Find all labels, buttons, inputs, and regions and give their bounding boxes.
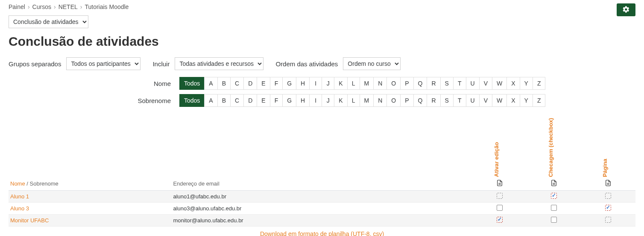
breadcrumb: Painel › Cursos › NETEL › Tutoriais Mood… — [9, 3, 129, 10]
alpha-letter[interactable]: R — [427, 77, 440, 90]
surname-filter-label: Sobrenome — [9, 97, 179, 104]
alpha-letter[interactable]: M — [360, 77, 374, 90]
alpha-letter[interactable]: H — [296, 77, 310, 90]
report-nav-select[interactable]: Conclusão de atividades — [9, 15, 88, 28]
download-links: Download em formato de planilha (UTF-8. … — [9, 229, 635, 236]
completion-indicator[interactable] — [605, 217, 611, 223]
breadcrumb-item[interactable]: Tutoriais Moodle — [85, 3, 129, 10]
completion-indicator[interactable] — [551, 217, 557, 223]
completion-indicator[interactable] — [605, 205, 611, 211]
alpha-letter[interactable]: G — [282, 77, 296, 90]
download-utf8-link[interactable]: Download em formato de planilha (UTF-8. … — [9, 229, 635, 236]
alpha-letter[interactable]: I — [309, 77, 322, 90]
surname-filter: TodosABCDEFGHIJKLMNOPQRSTUVWXYZ — [179, 94, 545, 107]
alpha-letter[interactable]: S — [440, 77, 454, 90]
include-label: Incluir — [152, 60, 170, 68]
alpha-letter[interactable]: D — [243, 94, 257, 107]
completion-indicator[interactable] — [497, 205, 503, 211]
order-select[interactable]: Ordem no curso — [343, 57, 401, 70]
alpha-letter[interactable]: Z — [533, 94, 546, 107]
breadcrumb-item[interactable]: Cursos — [32, 3, 51, 10]
order-label: Ordem das atividades — [275, 60, 338, 68]
breadcrumb-item[interactable]: Painel — [9, 3, 25, 10]
alpha-letter[interactable]: N — [373, 94, 387, 107]
breadcrumb-item[interactable]: NETEL — [59, 3, 78, 10]
user-email: aluno1@ufabc.edu.br — [171, 191, 472, 203]
completion-table: Ativar edição Checagem (checkbox) Página… — [9, 113, 635, 227]
sort-surname-link[interactable]: Sobrenome — [30, 180, 59, 187]
user-email: monitor@aluno.ufabc.edu.br — [171, 215, 472, 227]
alpha-letter[interactable]: F — [270, 94, 283, 107]
user-name-link[interactable]: Aluno 3 — [10, 205, 29, 212]
alpha-letter[interactable]: H — [296, 94, 310, 107]
alpha-letter[interactable]: Y — [520, 94, 533, 107]
alpha-letter[interactable]: V — [479, 94, 492, 107]
page-icon — [550, 181, 557, 188]
gear-icon — [622, 6, 630, 15]
table-row: Aluno 3aluno3@aluno.ufabc.edu.br — [9, 203, 635, 215]
alpha-letter[interactable]: Y — [520, 77, 533, 90]
alpha-letter[interactable]: N — [373, 77, 387, 90]
alpha-letter[interactable]: V — [479, 77, 492, 90]
alpha-letter[interactable]: L — [347, 77, 360, 90]
alpha-letter[interactable]: O — [386, 77, 401, 90]
alpha-letter[interactable]: O — [386, 94, 401, 107]
alpha-letter[interactable]: M — [360, 94, 374, 107]
groups-label: Grupos separados — [9, 60, 61, 68]
alpha-letter[interactable]: D — [243, 77, 257, 90]
alpha-letter[interactable]: R — [427, 94, 440, 107]
alpha-letter[interactable]: F — [270, 77, 283, 90]
alpha-letter[interactable]: C — [230, 94, 244, 107]
alpha-letter[interactable]: E — [257, 77, 270, 90]
activity-header-link[interactable]: Checagem (checkbox) — [547, 118, 554, 177]
firstname-filter-label: Nome — [9, 80, 179, 87]
include-select[interactable]: Todas atividades e recursos — [175, 57, 263, 70]
alpha-letter[interactable]: P — [400, 94, 413, 107]
alpha-letter[interactable]: U — [466, 77, 480, 90]
table-row: Monitor UFABCmonitor@aluno.ufabc.edu.br — [9, 215, 635, 227]
alpha-letter[interactable]: S — [440, 94, 454, 107]
alpha-letter[interactable]: L — [347, 94, 360, 107]
completion-indicator[interactable] — [497, 193, 503, 199]
alpha-letter[interactable]: A — [204, 77, 217, 90]
alpha-letter[interactable]: J — [322, 77, 334, 90]
alpha-letter[interactable]: I — [309, 94, 322, 107]
completion-indicator[interactable] — [551, 205, 557, 211]
alpha-letter[interactable]: E — [257, 94, 270, 107]
alpha-letter[interactable]: Z — [533, 77, 546, 90]
user-name-link[interactable]: Monitor UFABC — [10, 217, 49, 224]
alpha-letter[interactable]: W — [492, 77, 507, 90]
activity-header-link[interactable]: Ativar edição — [493, 142, 500, 177]
settings-button[interactable] — [617, 3, 635, 16]
user-email: aluno3@aluno.ufabc.edu.br — [171, 203, 472, 215]
page-icon — [605, 181, 612, 188]
alpha-letter[interactable]: T — [453, 77, 466, 90]
page-title: Conclusão de atividades — [9, 34, 635, 49]
alpha-letter[interactable]: B — [217, 77, 231, 90]
completion-indicator[interactable] — [497, 217, 503, 223]
groups-select[interactable]: Todos os participantes — [66, 57, 141, 70]
sort-name-link[interactable]: Nome — [10, 180, 25, 187]
alpha-all[interactable]: Todos — [179, 77, 205, 90]
chevron-right-icon: › — [54, 3, 56, 10]
alpha-letter[interactable]: B — [217, 94, 231, 107]
alpha-letter[interactable]: P — [400, 77, 413, 90]
alpha-all[interactable]: Todos — [179, 94, 205, 107]
alpha-letter[interactable]: X — [506, 77, 520, 90]
alpha-letter[interactable]: K — [334, 94, 347, 107]
alpha-letter[interactable]: A — [204, 94, 217, 107]
alpha-letter[interactable]: J — [322, 94, 334, 107]
alpha-letter[interactable]: G — [282, 94, 296, 107]
alpha-letter[interactable]: C — [230, 77, 244, 90]
alpha-letter[interactable]: U — [466, 94, 480, 107]
activity-header-link[interactable]: Página — [602, 159, 608, 177]
alpha-letter[interactable]: X — [506, 94, 520, 107]
alpha-letter[interactable]: T — [453, 94, 466, 107]
alpha-letter[interactable]: Q — [413, 77, 427, 90]
user-name-link[interactable]: Aluno 1 — [10, 193, 29, 200]
alpha-letter[interactable]: W — [492, 94, 507, 107]
alpha-letter[interactable]: Q — [413, 94, 427, 107]
alpha-letter[interactable]: K — [334, 77, 347, 90]
completion-indicator[interactable] — [551, 193, 557, 199]
completion-indicator[interactable] — [605, 193, 611, 199]
